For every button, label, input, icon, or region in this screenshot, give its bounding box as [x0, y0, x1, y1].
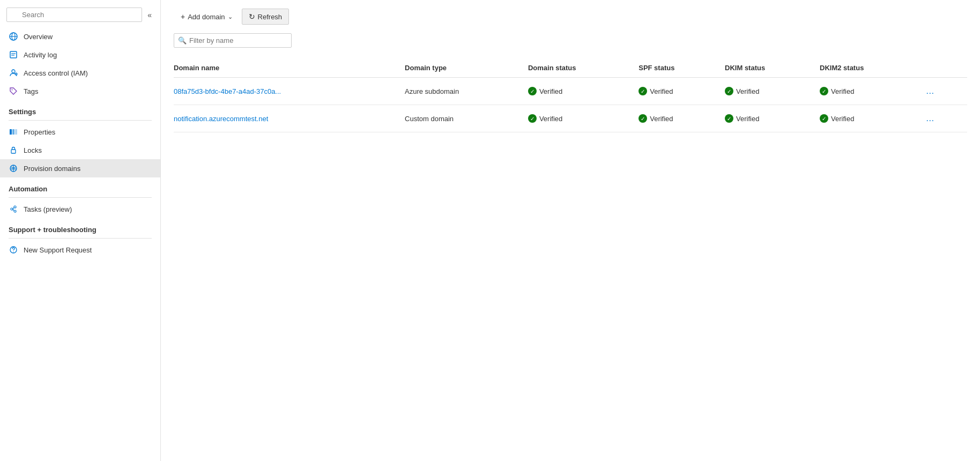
col-domain-status: Domain status — [528, 58, 639, 78]
iam-icon — [9, 68, 18, 78]
svg-point-6 — [12, 70, 15, 73]
svg-point-10 — [12, 90, 13, 91]
row1-dkim2-text: Verified — [831, 87, 854, 95]
support-section-header: Support + troubleshooting — [0, 218, 160, 236]
sidebar-item-tasks[interactable]: Tasks (preview) — [0, 200, 160, 218]
sidebar-item-label-tags: Tags — [24, 87, 38, 95]
table-row: 08fa75d3-bfdc-4be7-a4ad-37c0a... Azure s… — [174, 78, 967, 105]
sidebar-item-properties[interactable]: Properties — [0, 123, 160, 141]
sidebar-item-provision-domains[interactable]: Provision domains — [0, 159, 160, 177]
row2-dkim-check-icon: ✓ — [725, 114, 733, 123]
sidebar-item-overview[interactable]: Overview — [0, 27, 160, 46]
row2-domain-check-icon: ✓ — [528, 114, 537, 123]
row2-dkim-badge: ✓ Verified — [725, 114, 813, 123]
row2-domain-name: notification.azurecommtest.net — [174, 105, 405, 132]
sidebar-item-label-activity-log: Activity log — [24, 51, 57, 59]
globe-icon — [9, 32, 18, 41]
activity-log-icon — [9, 50, 18, 60]
row2-domain-status-text: Verified — [539, 115, 562, 123]
main-content: + Add domain ⌄ ↻ Refresh 🔍 Domain name D… — [161, 0, 980, 461]
sidebar-item-label-properties: Properties — [24, 128, 55, 136]
svg-rect-11 — [10, 129, 12, 135]
sidebar-item-label-overview: Overview — [24, 33, 53, 41]
table-row: notification.azurecommtest.net Custom do… — [174, 105, 967, 132]
row1-domain-link[interactable]: 08fa75d3-bfdc-4be7-a4ad-37c0a... — [174, 87, 281, 95]
svg-point-16 — [11, 208, 13, 210]
row1-more-button[interactable]: … — [923, 85, 938, 97]
col-actions — [923, 58, 967, 78]
col-spf-status: SPF status — [639, 58, 725, 78]
row1-actions: … — [923, 78, 967, 105]
row1-dkim-badge: ✓ Verified — [725, 87, 813, 95]
col-domain-type: Domain type — [405, 58, 528, 78]
filter-input[interactable] — [174, 33, 292, 48]
svg-rect-13 — [15, 129, 17, 135]
automation-divider — [9, 197, 152, 198]
sidebar-item-access-control[interactable]: Access control (IAM) — [0, 64, 160, 82]
row2-dkim2-status: ✓ Verified — [820, 105, 923, 132]
row1-domain-type: Azure subdomain — [405, 78, 528, 105]
row2-domain-type: Custom domain — [405, 105, 528, 132]
filter-bar: 🔍 — [174, 33, 967, 48]
table-header-row: Domain name Domain type Domain status SP… — [174, 58, 967, 78]
row2-spf-text: Verified — [650, 115, 673, 123]
automation-section-header: Automation — [0, 177, 160, 195]
svg-rect-14 — [11, 150, 16, 153]
sidebar-item-activity-log[interactable]: Activity log — [0, 46, 160, 64]
tag-icon — [9, 86, 18, 96]
filter-input-wrapper: 🔍 — [174, 33, 292, 48]
row2-dkim2-badge: ✓ Verified — [820, 114, 916, 123]
support-icon — [9, 245, 18, 255]
row2-dkim2-text: Verified — [831, 115, 854, 123]
svg-point-22 — [13, 251, 13, 252]
row1-domain-check-icon: ✓ — [528, 87, 537, 95]
toolbar: + Add domain ⌄ ↻ Refresh — [174, 9, 967, 25]
chevron-down-icon: ⌄ — [228, 13, 233, 20]
row2-dkim-text: Verified — [736, 115, 759, 123]
domain-icon — [9, 163, 18, 173]
sidebar-item-label-locks: Locks — [24, 146, 42, 154]
row1-spf-badge: ✓ Verified — [639, 87, 718, 95]
sidebar-item-tags[interactable]: Tags — [0, 82, 160, 100]
collapse-button[interactable]: « — [145, 9, 154, 21]
search-wrapper: 🔍 — [6, 8, 142, 22]
add-domain-label: Add domain — [188, 13, 225, 21]
svg-point-17 — [14, 206, 16, 208]
refresh-button[interactable]: ↻ Refresh — [242, 9, 289, 25]
row1-dkim2-badge: ✓ Verified — [820, 87, 916, 95]
row1-dkim-status: ✓ Verified — [725, 78, 820, 105]
refresh-icon: ↻ — [249, 12, 255, 21]
plus-icon: + — [181, 12, 185, 21]
row2-domain-status: ✓ Verified — [528, 105, 639, 132]
row2-spf-status: ✓ Verified — [639, 105, 725, 132]
sidebar-item-new-support[interactable]: New Support Request — [0, 241, 160, 259]
col-dkim2-status: DKIM2 status — [820, 58, 923, 78]
row1-domain-status: ✓ Verified — [528, 78, 639, 105]
row2-domain-link[interactable]: notification.azurecommtest.net — [174, 115, 268, 123]
row1-dkim-text: Verified — [736, 87, 759, 95]
search-input[interactable] — [6, 8, 142, 22]
row2-dkim-status: ✓ Verified — [725, 105, 820, 132]
settings-divider — [9, 120, 152, 121]
row1-spf-text: Verified — [650, 87, 673, 95]
svg-rect-3 — [10, 51, 17, 58]
refresh-label: Refresh — [258, 13, 283, 21]
sidebar-search-container: 🔍 « — [0, 4, 160, 27]
sidebar: 🔍 « Overview Activity log Access control… — [0, 0, 161, 461]
tasks-icon — [9, 204, 18, 214]
svg-rect-12 — [12, 129, 14, 135]
row1-spf-check-icon: ✓ — [639, 87, 647, 95]
sidebar-item-label-provision-domains: Provision domains — [24, 165, 80, 173]
sidebar-item-locks[interactable]: Locks — [0, 141, 160, 159]
row2-more-button[interactable]: … — [923, 113, 938, 124]
row2-actions: … — [923, 105, 967, 132]
svg-line-19 — [13, 207, 14, 209]
row1-domain-name: 08fa75d3-bfdc-4be7-a4ad-37c0a... — [174, 78, 405, 105]
svg-point-18 — [14, 210, 16, 212]
row1-domain-status-badge: ✓ Verified — [528, 87, 632, 95]
row1-dkim-check-icon: ✓ — [725, 87, 733, 95]
svg-line-20 — [13, 209, 14, 211]
domains-table: Domain name Domain type Domain status SP… — [174, 58, 967, 132]
add-domain-button[interactable]: + Add domain ⌄ — [174, 9, 240, 25]
row1-spf-status: ✓ Verified — [639, 78, 725, 105]
